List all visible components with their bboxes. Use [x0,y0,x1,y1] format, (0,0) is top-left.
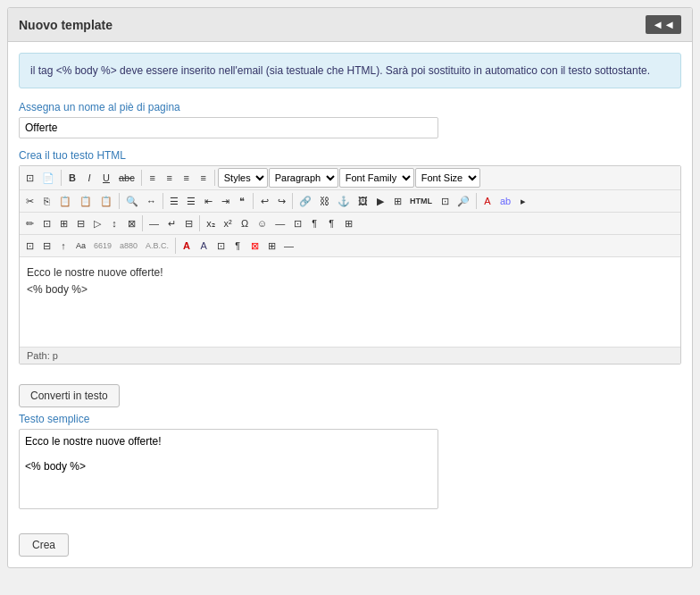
tb-r15[interactable]: A [196,237,212,255]
tb-unlink[interactable]: ⛓ [316,192,333,210]
tb-r14[interactable]: A [179,237,195,255]
name-label: Assegna un nome al piè di pagina [19,101,681,113]
tb-copy[interactable]: ⎘ [38,192,54,210]
tb-r9[interactable]: ⊟ [38,237,54,255]
tb-r19[interactable]: — [280,237,297,255]
tb-indent[interactable]: ⇥ [217,192,233,210]
tb-blockquote[interactable]: ❝ [234,192,250,210]
editor-path-bar: Path: p [20,347,680,364]
tb-outdent[interactable]: ⇤ [200,192,216,210]
tb-char[interactable]: Ω [237,214,253,232]
tb-bold[interactable]: B [64,169,80,187]
tb-fontsize-select[interactable]: Font Size [415,168,480,188]
tb-cut[interactable]: ✂ [21,192,38,210]
tb-smiley[interactable]: ☺ [254,214,271,232]
toolbar-row-1: ⊡ 📄 B I U abc ≡ ≡ ≡ ≡ Sty [20,166,680,190]
tb-resize[interactable]: ⊡ [38,214,54,232]
tb-link[interactable]: 🔗 [296,192,315,210]
tb-find[interactable]: 🔍 [122,192,142,210]
tb-new[interactable]: ⊡ [21,169,38,187]
tb-sub[interactable]: x₂ [203,214,219,232]
tb-r8[interactable]: ⊡ [21,237,38,255]
tb-bgcolor[interactable]: ab [496,192,514,210]
tb-table[interactable]: ⊞ [389,192,405,210]
tb-fontfamily-select[interactable]: Font Family [339,168,414,188]
crea-button[interactable]: Crea [19,533,69,557]
tb-undo[interactable]: ↩ [256,192,272,210]
toolbar-row-2: ✂ ⎘ 📋 📋 📋 🔍 ↔ ☰ ☰ ⇤ ⇥ ❝ [20,190,680,213]
tb-r12[interactable]: a880 [116,237,141,255]
tb-break[interactable]: ↵ [163,214,179,232]
tb-replace[interactable]: ↔ [143,192,160,210]
editor-wrapper: ⊡ 📄 B I U abc ≡ ≡ ≡ ≡ Sty [19,165,681,365]
tb-r3[interactable]: ⊟ [72,214,88,232]
editor-content-area[interactable]: Ecco le nostre nuove offerte! <% body %> [20,257,680,347]
sep-7 [292,193,293,209]
page-title: Nuovo template [19,18,112,32]
back-button[interactable]: ◄◄ [646,15,681,34]
tb-styles-select[interactable]: Styles [218,168,268,188]
tb-img[interactable]: 🖼 [354,192,371,210]
tb-hr[interactable]: — [146,214,162,232]
tb-r18[interactable]: ⊞ [263,237,279,255]
card-header: Nuovo template ◄◄ [8,8,692,42]
tb-pagebreak[interactable]: ⊟ [180,214,196,232]
tb-iframe[interactable]: ⊡ [289,214,305,232]
tb-r4[interactable]: ▷ [89,214,105,232]
convert-button[interactable]: Converti in testo [19,384,120,407]
tb-html[interactable]: HTML [406,192,436,210]
tb-align-justify[interactable]: ≡ [196,169,212,187]
tb-pilcrow[interactable]: ¶ [323,214,339,232]
tb-edit[interactable]: ✏ [21,214,38,232]
tb-align-center[interactable]: ≡ [162,169,178,187]
tb-r10[interactable]: Aa [72,237,89,255]
tb-para[interactable]: ¶ [306,214,322,232]
editor-path-text: Path: p [27,350,58,361]
tb-rule[interactable]: — [271,214,288,232]
tb-r7[interactable]: ⊞ [340,214,356,232]
tb-r16[interactable]: ⊡ [212,237,229,255]
sep-1 [61,170,62,186]
tb-underline[interactable]: U [98,169,114,187]
tb-zoom[interactable]: 🔎 [454,192,473,210]
plain-textarea[interactable]: Ecco le nostre nuove offerte! <% body %> [19,429,438,509]
tb-strikethrough[interactable]: abc [115,169,138,187]
plain-text-label: Testo semplice [19,413,681,425]
name-group: Assegna un nome al piè di pagina [19,101,681,138]
tb-sup[interactable]: x² [220,214,236,232]
tb-template[interactable]: ⊡ [437,192,453,210]
tb-fontcolor[interactable]: A [479,192,496,210]
tb-align-left[interactable]: ≡ [145,169,161,187]
tb-r17[interactable]: ⊠ [246,237,262,255]
sep-8 [476,193,477,209]
tb-superscript[interactable]: ↑ [55,237,71,255]
tb-pilcrow2[interactable]: ¶ [229,237,246,255]
tb-r11[interactable]: 6619 [90,237,115,255]
sep-4 [119,193,120,209]
tb-redo[interactable]: ↪ [273,192,289,210]
tb-r13[interactable]: A.B.C. [142,237,172,255]
tb-paste[interactable]: 📋 [55,192,75,210]
tb-align-right[interactable]: ≡ [179,169,195,187]
tb-r5[interactable]: ↕ [106,214,122,232]
sep-2 [141,170,142,186]
tb-paste3[interactable]: 📋 [96,192,116,210]
tb-anchor[interactable]: ⚓ [334,192,354,210]
sep-10 [199,215,200,231]
plain-text-group: Testo semplice Ecco le nostre nuove offe… [19,413,681,512]
info-box: il tag <% body %> deve essere inserito n… [19,53,681,88]
tb-paragraph-select[interactable]: Paragraph [269,168,338,188]
name-input[interactable] [19,117,438,138]
tb-flash[interactable]: ▶ [372,192,388,210]
sep-5 [162,193,163,209]
tb-open[interactable]: 📄 [38,169,58,187]
sep-11 [175,238,176,254]
tb-r2[interactable]: ⊞ [55,214,71,232]
tb-list-ul[interactable]: ☰ [166,192,182,210]
tb-r6[interactable]: ⊠ [123,214,139,232]
tb-list-ol[interactable]: ☰ [183,192,199,210]
tb-italic[interactable]: I [81,169,97,187]
tb-more[interactable]: ▸ [515,192,531,210]
tb-paste2[interactable]: 📋 [76,192,96,210]
toolbar-row-4: ⊡ ⊟ ↑ Aa 6619 a880 A.B.C. A A ⊡ ¶ ⊠ ⊞ [20,235,680,257]
